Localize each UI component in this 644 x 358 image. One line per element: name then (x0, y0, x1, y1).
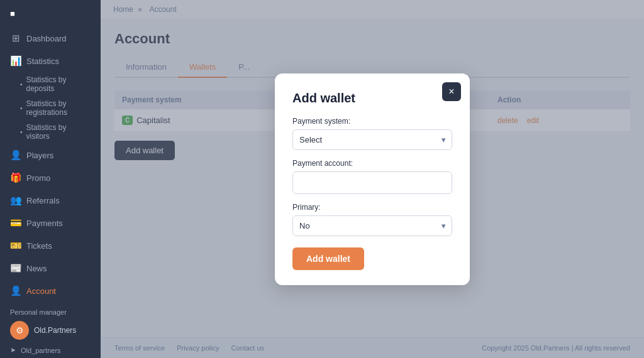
pm-name: Old.Partners (34, 326, 76, 335)
sidebar-item-dashboard[interactable]: ⊞ Dashboard (0, 27, 101, 50)
sidebar-sub-registrations[interactable]: Statistics by registrations (20, 96, 101, 120)
add-wallet-modal: × Add wallet Payment system: Select Paym… (275, 73, 470, 285)
sidebar-item-tickets[interactable]: 🎫 Tickets (0, 234, 101, 257)
sidebar-item-news[interactable]: 📰 News (0, 257, 101, 279)
modal-title: Add wallet (292, 91, 452, 106)
payment-account-label: Payment account: (292, 159, 452, 168)
modal-overlay: × Add wallet Payment system: Select Paym… (101, 0, 644, 358)
payment-system-select[interactable]: Select (292, 129, 452, 150)
modal-submit-button[interactable]: Add wallet (292, 247, 364, 270)
personal-manager-label: Personal manager (10, 308, 91, 316)
news-icon: 📰 (10, 263, 21, 274)
sidebar: ■ ⊞ Dashboard 📊 Statistics Statistics by… (0, 0, 101, 358)
main-area: Home » Account Account Information Walle… (101, 0, 644, 358)
promo-icon: 🎁 (10, 172, 21, 183)
tickets-icon: 🎫 (10, 240, 21, 251)
user-name: Old_partners (21, 347, 61, 354)
user-name-row: ➤ Old_partners (10, 344, 91, 357)
statistics-submenu: Statistics by deposits Statistics by reg… (0, 72, 101, 144)
payment-system-select-wrapper: Select (292, 129, 452, 150)
referrals-icon: 👥 (10, 195, 21, 206)
pm-avatar: ⚙ (10, 321, 29, 340)
payment-system-label: Payment system: (292, 117, 452, 126)
primary-label: Primary: (292, 203, 452, 212)
sidebar-item-players[interactable]: 👤 Players (0, 144, 101, 166)
sidebar-sub-deposits[interactable]: Statistics by deposits (20, 72, 101, 96)
personal-manager-section: Personal manager ⚙ Old.Partners ➤ Old_pa… (0, 302, 101, 358)
sidebar-item-payments[interactable]: 💳 Payments (0, 212, 101, 234)
dashboard-icon: ⊞ (10, 33, 21, 44)
pm-user: ⚙ Old.Partners (10, 321, 91, 340)
players-icon: 👤 (10, 149, 21, 161)
primary-select-wrapper: No Yes (292, 215, 452, 236)
sidebar-item-promo[interactable]: 🎁 Promo (0, 166, 101, 189)
primary-group: Primary: No Yes (292, 203, 452, 236)
modal-close-button[interactable]: × (442, 82, 461, 101)
sidebar-logo: ■ (0, 0, 101, 27)
sidebar-item-account[interactable]: 👤 Account (0, 279, 101, 302)
payment-account-input[interactable] (292, 171, 452, 194)
account-icon: 👤 (10, 285, 21, 296)
sidebar-sub-visitors[interactable]: Statistics by visitors (20, 120, 101, 144)
primary-select[interactable]: No Yes (292, 215, 452, 236)
sidebar-item-statistics[interactable]: 📊 Statistics (0, 50, 101, 72)
statistics-icon: 📊 (10, 55, 21, 67)
payment-system-group: Payment system: Select (292, 117, 452, 150)
sidebar-item-referrals[interactable]: 👥 Referrals (0, 189, 101, 212)
payment-account-group: Payment account: (292, 159, 452, 194)
payments-icon: 💳 (10, 217, 21, 229)
